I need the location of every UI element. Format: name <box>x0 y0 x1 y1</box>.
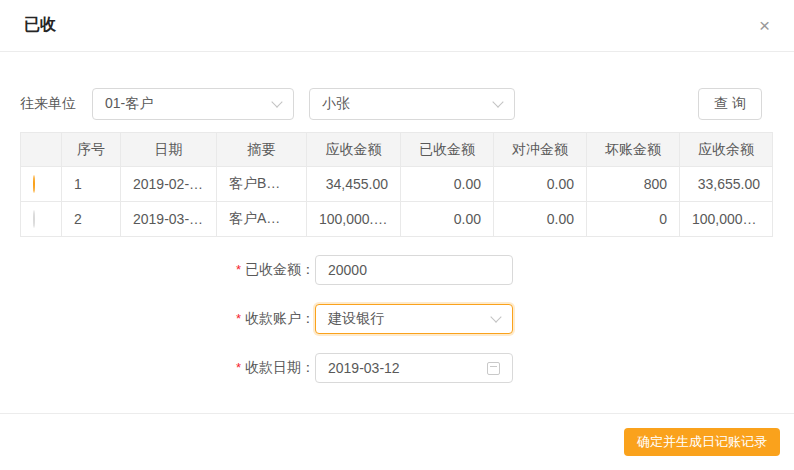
required-mark: * <box>236 311 241 326</box>
amount-label: *已收金额： <box>0 261 315 279</box>
cell-balance: 33,655.00 <box>680 167 773 202</box>
filter-bar: 往来单位 01-客户 小张 查 询 <box>20 88 774 120</box>
header-date: 日期 <box>121 133 217 167</box>
cell-summary: 客户B应收账款 <box>217 167 307 202</box>
unit-select-value: 01-客户 <box>105 95 153 113</box>
table-row[interactable]: 1 2019-02-12 客户B应收账款 34,455.00 0.00 0.00… <box>21 167 773 202</box>
cell-receivable: 34,455.00 <box>307 167 401 202</box>
date-picker-value: 2019-03-12 <box>328 360 400 376</box>
required-mark: * <box>236 262 241 277</box>
person-select[interactable]: 小张 <box>309 88 515 120</box>
account-label: *收款账户： <box>0 310 315 328</box>
header-offset: 对冲金额 <box>494 133 587 167</box>
cell-seq: 2 <box>62 202 121 237</box>
header-radio-col <box>21 133 62 167</box>
close-icon[interactable]: × <box>759 16 770 35</box>
cell-receivable: 100,000.00 <box>307 202 401 237</box>
modal-header: 已收 × <box>0 0 794 52</box>
cell-bad-debt: 800 <box>587 167 680 202</box>
cell-offset: 0.00 <box>494 167 587 202</box>
confirm-button[interactable]: 确定并生成日记账记录 <box>624 428 780 456</box>
form-row-date: *收款日期： 2019-03-12 <box>0 353 794 383</box>
person-select-value: 小张 <box>322 95 350 113</box>
header-received: 已收金额 <box>401 133 494 167</box>
cell-seq: 1 <box>62 167 121 202</box>
filter-label: 往来单位 <box>20 95 76 113</box>
receivables-table: 序号 日期 摘要 应收金额 已收金额 对冲金额 坏账金额 应收余额 1 2019… <box>20 132 773 237</box>
row-radio-unselected[interactable] <box>33 210 35 228</box>
header-summary: 摘要 <box>217 133 307 167</box>
cell-date: 2019-03-12 <box>121 202 217 237</box>
account-select-value: 建设银行 <box>328 310 384 328</box>
account-select[interactable]: 建设银行 <box>315 304 513 334</box>
table-header-row: 序号 日期 摘要 应收金额 已收金额 对冲金额 坏账金额 应收余额 <box>21 133 773 167</box>
cell-received: 0.00 <box>401 167 494 202</box>
cell-received: 0.00 <box>401 202 494 237</box>
cell-bad-debt: 0 <box>587 202 680 237</box>
modal-title: 已收 <box>24 15 56 36</box>
header-bad-debt: 坏账金额 <box>587 133 680 167</box>
chevron-down-icon <box>271 96 282 107</box>
amount-input[interactable] <box>315 255 513 285</box>
form-row-amount: *已收金额： <box>0 255 794 285</box>
receipt-form: *已收金额： *收款账户： 建设银行 *收款日期： 2019-03-12 <box>0 255 794 383</box>
chevron-down-icon <box>492 96 503 107</box>
cell-summary: 客户A应收10… <box>217 202 307 237</box>
header-balance: 应收余额 <box>680 133 773 167</box>
row-radio-selected[interactable] <box>33 175 35 193</box>
cell-balance: 100,000.00 <box>680 202 773 237</box>
date-picker[interactable]: 2019-03-12 <box>315 353 513 383</box>
cell-date: 2019-02-12 <box>121 167 217 202</box>
chevron-down-icon <box>490 311 501 322</box>
required-mark: * <box>236 360 241 375</box>
search-button[interactable]: 查 询 <box>698 88 762 120</box>
header-seq: 序号 <box>62 133 121 167</box>
table-row[interactable]: 2 2019-03-12 客户A应收10… 100,000.00 0.00 0.… <box>21 202 773 237</box>
form-row-account: *收款账户： 建设银行 <box>0 304 794 334</box>
unit-select[interactable]: 01-客户 <box>92 88 294 120</box>
modal-footer: 确定并生成日记账记录 <box>0 413 794 470</box>
header-receivable: 应收金额 <box>307 133 401 167</box>
date-label: *收款日期： <box>0 359 315 377</box>
cell-offset: 0.00 <box>494 202 587 237</box>
calendar-icon <box>487 362 500 375</box>
